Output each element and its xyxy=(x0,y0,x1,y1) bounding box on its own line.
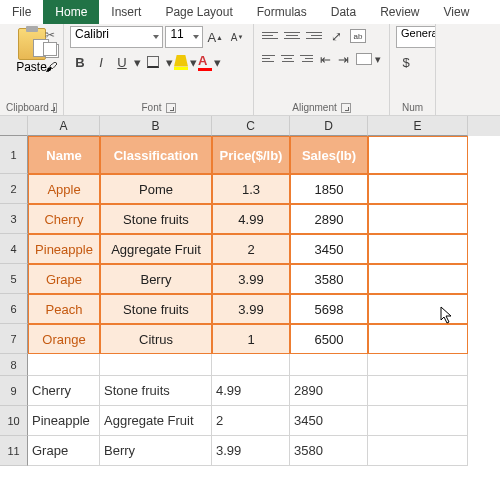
cell[interactable]: 3.99 xyxy=(212,264,290,294)
font-color-dropdown[interactable]: ▾ xyxy=(213,52,221,72)
cell[interactable]: Orange xyxy=(28,324,100,354)
tab-review[interactable]: Review xyxy=(368,0,431,24)
cell[interactable]: 2890 xyxy=(290,376,368,406)
cell[interactable]: Aggregate Fruit xyxy=(100,234,212,264)
cell[interactable]: Peach xyxy=(28,294,100,324)
cell[interactable] xyxy=(368,234,468,264)
italic-button[interactable]: I xyxy=(91,52,111,72)
col-header-b[interactable]: B xyxy=(100,116,212,136)
merge-center-button[interactable]: ▾ xyxy=(354,49,383,69)
row-header[interactable]: 11 xyxy=(0,436,28,466)
fill-dropdown[interactable]: ▾ xyxy=(189,52,197,72)
cell[interactable] xyxy=(368,376,468,406)
cell[interactable]: Pineapple xyxy=(28,234,100,264)
cell[interactable] xyxy=(368,436,468,466)
tab-file[interactable]: File xyxy=(0,0,43,24)
select-all-triangle[interactable] xyxy=(0,116,28,136)
worksheet[interactable]: A B C D E 1 Name Classification Price($/… xyxy=(0,116,500,466)
increase-indent-button[interactable]: ⇥ xyxy=(336,49,352,69)
align-left-button[interactable] xyxy=(260,49,277,67)
cell[interactable]: 1850 xyxy=(290,174,368,204)
font-color-button[interactable]: A xyxy=(198,53,212,71)
tab-formulas[interactable]: Formulas xyxy=(245,0,319,24)
decrease-indent-button[interactable]: ⇤ xyxy=(317,49,333,69)
cell[interactable] xyxy=(368,136,468,174)
cell[interactable]: Berry xyxy=(100,436,212,466)
tab-view[interactable]: View xyxy=(432,0,482,24)
cell[interactable] xyxy=(368,174,468,204)
cell[interactable]: 2890 xyxy=(290,204,368,234)
cell[interactable]: Grape xyxy=(28,264,100,294)
row-header[interactable]: 2 xyxy=(0,174,28,204)
cell[interactable]: 3.99 xyxy=(212,294,290,324)
cell[interactable]: Pome xyxy=(100,174,212,204)
font-dialog-launcher[interactable] xyxy=(166,103,176,113)
cell[interactable]: 2 xyxy=(212,406,290,436)
tab-home[interactable]: Home xyxy=(43,0,99,24)
cell[interactable]: Stone fruits xyxy=(100,204,212,234)
cell[interactable]: 3450 xyxy=(290,234,368,264)
cell[interactable]: Berry xyxy=(100,264,212,294)
cell[interactable]: Sales(lb) xyxy=(290,136,368,174)
cell[interactable] xyxy=(290,354,368,376)
row-header[interactable]: 6 xyxy=(0,294,28,324)
cell[interactable]: 1 xyxy=(212,324,290,354)
tab-page-layout[interactable]: Page Layout xyxy=(153,0,244,24)
row-header[interactable]: 5 xyxy=(0,264,28,294)
increase-font-button[interactable]: A▲ xyxy=(205,27,225,47)
row-header[interactable]: 4 xyxy=(0,234,28,264)
row-header[interactable]: 3 xyxy=(0,204,28,234)
decrease-font-button[interactable]: A▼ xyxy=(227,27,247,47)
cell[interactable]: Apple xyxy=(28,174,100,204)
align-top-button[interactable] xyxy=(260,26,280,44)
cell[interactable]: Cherry xyxy=(28,376,100,406)
cell[interactable] xyxy=(368,294,468,324)
col-header-e[interactable]: E xyxy=(368,116,468,136)
number-format-select[interactable]: Genera xyxy=(396,26,436,48)
cell[interactable]: Stone fruits xyxy=(100,294,212,324)
row-header[interactable]: 1 xyxy=(0,136,28,174)
cell[interactable]: 6500 xyxy=(290,324,368,354)
cell[interactable] xyxy=(28,354,100,376)
format-painter-icon[interactable]: 🖌 xyxy=(45,60,59,74)
cell[interactable]: Aggregate Fruit xyxy=(100,406,212,436)
borders-dropdown[interactable]: ▾ xyxy=(165,52,173,72)
wrap-text-button[interactable]: ab xyxy=(348,26,368,46)
cell[interactable]: 4.99 xyxy=(212,204,290,234)
cell[interactable]: 4.99 xyxy=(212,376,290,406)
cell[interactable] xyxy=(212,354,290,376)
cell[interactable]: 1.3 xyxy=(212,174,290,204)
accounting-format-button[interactable]: $ xyxy=(396,52,416,72)
cell[interactable]: 3.99 xyxy=(212,436,290,466)
font-name-select[interactable]: Calibri xyxy=(70,26,163,48)
cell[interactable]: 3450 xyxy=(290,406,368,436)
align-middle-button[interactable] xyxy=(282,26,302,44)
align-center-button[interactable] xyxy=(279,49,296,67)
cell[interactable]: Name xyxy=(28,136,100,174)
row-header[interactable]: 7 xyxy=(0,324,28,354)
underline-button[interactable]: U xyxy=(112,52,132,72)
cell[interactable]: 5698 xyxy=(290,294,368,324)
cell[interactable] xyxy=(368,324,468,354)
clipboard-dialog-launcher[interactable] xyxy=(53,103,57,113)
borders-button[interactable] xyxy=(142,52,164,72)
underline-dropdown[interactable]: ▾ xyxy=(133,52,141,72)
cell[interactable]: Grape xyxy=(28,436,100,466)
row-header[interactable]: 8 xyxy=(0,354,28,376)
cell[interactable]: Price($/lb) xyxy=(212,136,290,174)
cell[interactable] xyxy=(368,354,468,376)
row-header[interactable]: 9 xyxy=(0,376,28,406)
bold-button[interactable]: B xyxy=(70,52,90,72)
cell[interactable]: 3580 xyxy=(290,436,368,466)
col-header-d[interactable]: D xyxy=(290,116,368,136)
cell[interactable] xyxy=(368,406,468,436)
col-header-a[interactable]: A xyxy=(28,116,100,136)
fill-color-button[interactable] xyxy=(174,55,188,70)
align-right-button[interactable] xyxy=(298,49,315,67)
cell[interactable]: Classification xyxy=(100,136,212,174)
cell[interactable] xyxy=(368,204,468,234)
cell[interactable]: Stone fruits xyxy=(100,376,212,406)
cell[interactable] xyxy=(100,354,212,376)
alignment-dialog-launcher[interactable] xyxy=(341,103,351,113)
tab-insert[interactable]: Insert xyxy=(99,0,153,24)
